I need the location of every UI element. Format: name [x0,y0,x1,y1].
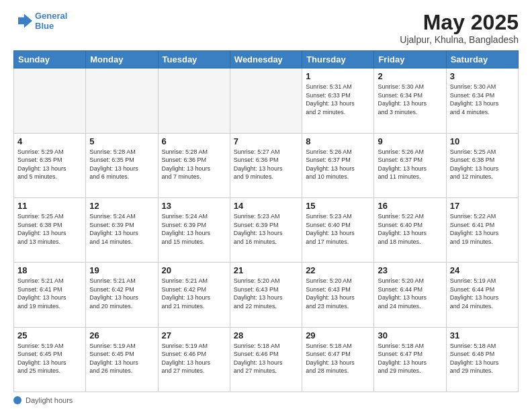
day-number: 14 [234,201,298,211]
day-info: Sunrise: 5:25 AM Sunset: 6:38 PM Dayligh… [450,148,515,181]
day-info: Sunrise: 5:24 AM Sunset: 6:39 PM Dayligh… [89,212,154,246]
calendar-week-0: 1Sunrise: 5:31 AM Sunset: 6:33 PM Daylig… [14,68,519,133]
day-info: Sunrise: 5:26 AM Sunset: 6:37 PM Dayligh… [378,148,442,181]
page: General Blue May 2025 Ujalpur, Khulna, B… [0,0,532,411]
calendar-day: 13Sunrise: 5:24 AM Sunset: 6:39 PM Dayli… [158,197,230,262]
title-block: May 2025 Ujalpur, Khulna, Bangladesh [400,11,519,45]
calendar-day: 7Sunrise: 5:27 AM Sunset: 6:36 PM Daylig… [230,133,302,197]
calendar-day: 1Sunrise: 5:31 AM Sunset: 6:33 PM Daylig… [302,68,374,133]
calendar-day: 29Sunrise: 5:18 AM Sunset: 6:47 PM Dayli… [302,327,374,392]
day-number: 8 [306,136,370,146]
day-info: Sunrise: 5:21 AM Sunset: 6:42 PM Dayligh… [89,277,154,310]
col-sunday: Sunday [14,51,86,68]
logo: General Blue [13,11,67,31]
day-number: 21 [234,265,298,275]
day-number: 24 [450,265,515,275]
col-saturday: Saturday [446,51,518,68]
day-number: 26 [89,330,154,340]
calendar-day: 18Sunrise: 5:21 AM Sunset: 6:41 PM Dayli… [14,263,86,327]
calendar-day: 22Sunrise: 5:20 AM Sunset: 6:43 PM Dayli… [302,263,374,327]
calendar-day: 21Sunrise: 5:20 AM Sunset: 6:43 PM Dayli… [230,263,302,327]
col-wednesday: Wednesday [230,51,302,68]
day-info: Sunrise: 5:27 AM Sunset: 6:36 PM Dayligh… [234,148,298,181]
calendar-day: 6Sunrise: 5:28 AM Sunset: 6:36 PM Daylig… [158,133,230,197]
day-number: 6 [162,136,226,146]
calendar-header: Sunday Monday Tuesday Wednesday Thursday… [14,51,519,68]
calendar-body: 1Sunrise: 5:31 AM Sunset: 6:33 PM Daylig… [14,68,519,392]
calendar-day: 5Sunrise: 5:28 AM Sunset: 6:35 PM Daylig… [86,133,158,197]
day-number: 7 [234,136,298,146]
calendar-day: 9Sunrise: 5:26 AM Sunset: 6:37 PM Daylig… [374,133,446,197]
day-number: 9 [378,136,442,146]
calendar-day: 12Sunrise: 5:24 AM Sunset: 6:39 PM Dayli… [86,197,158,262]
day-number: 28 [234,330,298,340]
day-number: 27 [162,330,226,340]
day-number: 20 [162,265,226,275]
calendar-day: 14Sunrise: 5:23 AM Sunset: 6:39 PM Dayli… [230,197,302,262]
header-row: Sunday Monday Tuesday Wednesday Thursday… [14,51,519,68]
day-number: 15 [306,201,370,211]
day-info: Sunrise: 5:22 AM Sunset: 6:41 PM Dayligh… [450,212,515,246]
day-info: Sunrise: 5:30 AM Sunset: 6:34 PM Dayligh… [450,83,515,116]
day-info: Sunrise: 5:19 AM Sunset: 6:44 PM Dayligh… [450,277,515,310]
logo-text: General Blue [35,11,67,31]
day-info: Sunrise: 5:20 AM Sunset: 6:43 PM Dayligh… [306,277,370,310]
day-info: Sunrise: 5:28 AM Sunset: 6:36 PM Dayligh… [162,148,226,181]
day-number: 17 [450,201,515,211]
day-info: Sunrise: 5:26 AM Sunset: 6:37 PM Dayligh… [306,148,370,181]
calendar-day: 2Sunrise: 5:30 AM Sunset: 6:34 PM Daylig… [374,68,446,133]
calendar-day: 19Sunrise: 5:21 AM Sunset: 6:42 PM Dayli… [86,263,158,327]
calendar-day: 27Sunrise: 5:19 AM Sunset: 6:46 PM Dayli… [158,327,230,392]
calendar-day: 23Sunrise: 5:20 AM Sunset: 6:44 PM Dayli… [374,263,446,327]
calendar-week-3: 18Sunrise: 5:21 AM Sunset: 6:41 PM Dayli… [14,263,519,327]
day-number: 22 [306,265,370,275]
day-number: 1 [306,71,370,81]
day-info: Sunrise: 5:21 AM Sunset: 6:42 PM Dayligh… [162,277,226,310]
calendar-day: 25Sunrise: 5:19 AM Sunset: 6:45 PM Dayli… [14,327,86,392]
calendar-day: 28Sunrise: 5:18 AM Sunset: 6:46 PM Dayli… [230,327,302,392]
calendar-day: 20Sunrise: 5:21 AM Sunset: 6:42 PM Dayli… [158,263,230,327]
day-info: Sunrise: 5:21 AM Sunset: 6:41 PM Dayligh… [17,277,82,310]
day-info: Sunrise: 5:30 AM Sunset: 6:34 PM Dayligh… [378,83,442,116]
calendar-day [14,68,86,133]
logo-icon [13,11,32,30]
day-number: 2 [378,71,442,81]
calendar-day: 10Sunrise: 5:25 AM Sunset: 6:38 PM Dayli… [446,133,518,197]
day-number: 16 [378,201,442,211]
day-number: 25 [17,330,82,340]
day-number: 19 [89,265,154,275]
header: General Blue May 2025 Ujalpur, Khulna, B… [13,11,519,45]
day-number: 13 [162,201,226,211]
calendar-day [86,68,158,133]
calendar-day: 24Sunrise: 5:19 AM Sunset: 6:44 PM Dayli… [446,263,518,327]
calendar-day: 30Sunrise: 5:18 AM Sunset: 6:47 PM Dayli… [374,327,446,392]
calendar-week-4: 25Sunrise: 5:19 AM Sunset: 6:45 PM Dayli… [14,327,519,392]
day-number: 23 [378,265,442,275]
main-title: May 2025 [400,11,519,34]
day-info: Sunrise: 5:18 AM Sunset: 6:47 PM Dayligh… [378,342,442,375]
day-info: Sunrise: 5:18 AM Sunset: 6:48 PM Dayligh… [450,342,515,375]
footer-label: Daylight hours [26,396,73,404]
day-info: Sunrise: 5:28 AM Sunset: 6:35 PM Dayligh… [89,148,154,181]
daylight-icon [13,396,21,404]
day-info: Sunrise: 5:23 AM Sunset: 6:39 PM Dayligh… [234,212,298,246]
day-number: 11 [17,201,82,211]
day-info: Sunrise: 5:18 AM Sunset: 6:47 PM Dayligh… [306,342,370,375]
day-info: Sunrise: 5:22 AM Sunset: 6:40 PM Dayligh… [378,212,442,246]
day-info: Sunrise: 5:29 AM Sunset: 6:35 PM Dayligh… [17,148,82,181]
calendar-day: 26Sunrise: 5:19 AM Sunset: 6:45 PM Dayli… [86,327,158,392]
col-friday: Friday [374,51,446,68]
day-info: Sunrise: 5:19 AM Sunset: 6:45 PM Dayligh… [17,342,82,375]
day-info: Sunrise: 5:24 AM Sunset: 6:39 PM Dayligh… [162,212,226,246]
day-number: 4 [17,136,82,146]
day-info: Sunrise: 5:25 AM Sunset: 6:38 PM Dayligh… [17,212,82,246]
calendar-day [158,68,230,133]
day-info: Sunrise: 5:18 AM Sunset: 6:46 PM Dayligh… [234,342,298,375]
calendar-day: 16Sunrise: 5:22 AM Sunset: 6:40 PM Dayli… [374,197,446,262]
day-number: 30 [378,330,442,340]
day-info: Sunrise: 5:23 AM Sunset: 6:40 PM Dayligh… [306,212,370,246]
footer: Daylight hours [13,396,519,404]
calendar-day: 4Sunrise: 5:29 AM Sunset: 6:35 PM Daylig… [14,133,86,197]
calendar-day: 31Sunrise: 5:18 AM Sunset: 6:48 PM Dayli… [446,327,518,392]
day-number: 29 [306,330,370,340]
